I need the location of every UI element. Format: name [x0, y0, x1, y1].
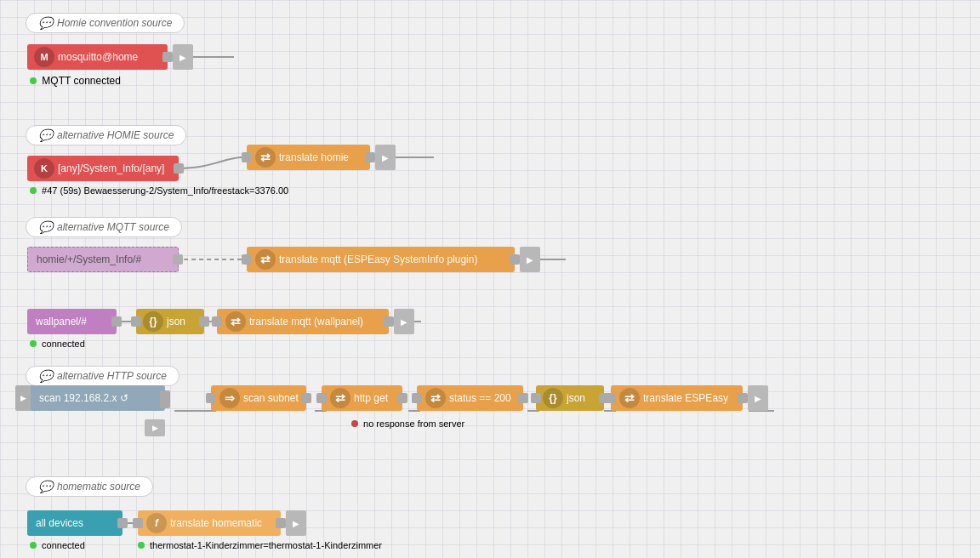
node-translate-homematic-in[interactable]	[133, 518, 143, 528]
node-mosquitto-out[interactable]	[162, 52, 173, 62]
status-homematic-connected-text: connected	[42, 540, 85, 550]
status-wallpanel-text: connected	[42, 339, 85, 349]
status-no-response: no response from server	[351, 418, 464, 429]
node-mosquitto[interactable]: M mosquitto@home	[27, 44, 168, 70]
node-scan-inject-btn[interactable]: ▶ scan 192.168.2.x ↺ ▶	[15, 385, 165, 411]
node-all-devices-label: all devices	[36, 517, 83, 529]
node-http-get-in[interactable]	[316, 393, 327, 403]
status-no-response-text: no response from server	[363, 418, 464, 429]
translate-homematic-output-btn[interactable]: ▶	[286, 510, 306, 536]
node-status-200-in[interactable]	[412, 393, 422, 403]
node-all-devices-out[interactable]	[117, 518, 128, 528]
status-thermostat-text: thermostat-1-Kinderzimmer=thermostat-1-K…	[150, 540, 382, 550]
section-label-text: Homie convention source	[57, 17, 172, 29]
comment-icon-3: 💬	[38, 220, 53, 234]
node-json-espeasy-label: json	[567, 392, 585, 404]
node-json-espeasy-in[interactable]	[531, 393, 541, 403]
section-label-alt-mqtt[interactable]: 💬 alternative MQTT source	[26, 217, 182, 237]
node-any-system-label: [any]/System_Info/[any]	[58, 162, 164, 174]
node-any-system-info[interactable]: K [any]/System_Info/[any]	[27, 156, 179, 181]
status-dot-red-1	[351, 420, 358, 427]
section-label-homematic-text: homematic source	[57, 481, 140, 493]
node-translate-mqtt-wallpanel-label: translate mqtt (wallpanel)	[249, 316, 363, 327]
comment-icon-2: 💬	[38, 128, 53, 142]
node-translate-homematic-label: translate homematic	[170, 517, 262, 529]
status-dot-green-5	[138, 542, 145, 549]
node-translate-homie-out[interactable]	[365, 152, 375, 162]
node-translate-homematic-out[interactable]	[276, 518, 286, 528]
node-any-system-out[interactable]	[174, 163, 184, 174]
node-translate-espeasy-in[interactable]	[606, 393, 616, 403]
node-scan-subnet-label: scan subnet	[243, 392, 299, 404]
status-mqtt-text: MQTT connected	[42, 75, 120, 87]
node-all-devices[interactable]: all devices	[27, 510, 122, 536]
node-homie-system-info[interactable]: homie/+/System_Info/#	[27, 247, 179, 272]
node-wallpanel-label: wallpanel/#	[36, 316, 87, 327]
translate-homie-output-btn[interactable]: ▶	[375, 145, 396, 170]
node-scan-subnet-in[interactable]	[206, 393, 216, 403]
node-translate-homie[interactable]: ⇄ translate homie	[247, 145, 370, 170]
node-status-200-label: status == 200	[449, 392, 511, 404]
node-status-200-out[interactable]	[518, 393, 528, 403]
node-translate-mqtt-wallpanel-out[interactable]	[384, 316, 394, 327]
node-json-wallpanel-in[interactable]	[131, 316, 141, 327]
node-scan-label: scan 192.168.2.x ↺	[39, 392, 128, 404]
node-mosquitto-label: mosquitto@home	[58, 51, 138, 63]
node-translate-homie-in[interactable]	[242, 152, 252, 162]
node-scan-subnet-out[interactable]	[301, 393, 311, 403]
status-dot-green-4	[30, 542, 37, 549]
node-translate-espeasy-label: translate ESPEasy	[643, 392, 728, 404]
status-dot-green-3	[30, 340, 37, 347]
node-translate-mqtt-espeasy[interactable]: ⇄ translate mqtt (ESPEasy SystemInfo plu…	[247, 247, 515, 272]
translate-wallpanel-output-btn[interactable]: ▶	[394, 309, 414, 334]
node-translate-mqtt-out[interactable]	[510, 254, 520, 265]
node-mosquitto-output-btn[interactable]: ▶	[173, 44, 193, 70]
section-label-alt-mqtt-text: alternative MQTT source	[57, 221, 169, 233]
translate-espeasy-output-btn[interactable]: ▶	[748, 385, 768, 411]
node-scan-lower-btn[interactable]: ▶	[145, 419, 165, 436]
section-label-alt-homie[interactable]: 💬 alternative HOMIE source	[26, 125, 186, 145]
status-dot-green-2	[30, 187, 37, 194]
status-wallpanel-connected: connected	[30, 339, 85, 349]
node-homie-system-label: homie/+/System_Info/#	[37, 253, 141, 265]
node-wallpanel-out[interactable]	[111, 316, 122, 327]
node-json-espeasy[interactable]: {} json	[536, 385, 604, 411]
section-label-alt-homie-text: alternative HOMIE source	[57, 129, 174, 141]
node-translate-homematic[interactable]: f translate homematic	[138, 510, 281, 536]
node-translate-homie-label: translate homie	[279, 151, 349, 163]
node-json-wallpanel-out[interactable]	[199, 316, 209, 327]
status-dot-green-1	[30, 77, 37, 84]
node-translate-espeasy[interactable]: ⇄ translate ESPEasy	[611, 385, 743, 411]
node-json-wallpanel[interactable]: {} json	[136, 309, 204, 334]
comment-icon-4: 💬	[38, 369, 53, 383]
node-wallpanel[interactable]: wallpanel/#	[27, 309, 117, 334]
status-thermostat: thermostat-1-Kinderzimmer=thermostat-1-K…	[138, 540, 382, 550]
status-system-info-text: #47 (59s) Bewaesserung-2/System_Info/fre…	[42, 185, 288, 196]
node-translate-espeasy-out[interactable]	[738, 393, 748, 403]
node-scan-subnet[interactable]: ⇒ scan subnet	[211, 385, 306, 411]
node-homie-system-out[interactable]	[173, 254, 183, 265]
node-translate-mqtt-label: translate mqtt (ESPEasy SystemInfo plugi…	[279, 253, 477, 265]
node-translate-mqtt-wallpanel[interactable]: ⇄ translate mqtt (wallpanel)	[217, 309, 389, 334]
translate-mqtt-output-btn[interactable]: ▶	[520, 247, 540, 272]
node-json-wallpanel-label: json	[167, 316, 185, 327]
node-scan-out2[interactable]	[160, 398, 170, 408]
node-translate-mqtt-wallpanel-in[interactable]	[212, 316, 222, 327]
section-label-homie-convention[interactable]: 💬 Homie convention source	[26, 13, 185, 33]
section-label-homematic[interactable]: 💬 homematic source	[26, 476, 153, 497]
node-http-get-label: http get	[354, 392, 388, 404]
node-http-get[interactable]: ⇄ http get	[322, 385, 402, 411]
section-label-alt-http[interactable]: 💬 alternative HTTP source	[26, 366, 179, 386]
node-http-get-out[interactable]	[397, 393, 407, 403]
node-translate-mqtt-in[interactable]	[242, 254, 252, 265]
status-homematic-connected: connected	[30, 540, 85, 550]
comment-icon: 💬	[38, 16, 53, 30]
status-system-info: #47 (59s) Bewaesserung-2/System_Info/fre…	[30, 185, 288, 196]
comment-icon-5: 💬	[38, 480, 53, 493]
section-label-alt-http-text: alternative HTTP source	[57, 370, 167, 382]
status-mqtt-connected: MQTT connected	[30, 75, 121, 87]
node-status-200[interactable]: ⇄ status == 200	[417, 385, 523, 411]
